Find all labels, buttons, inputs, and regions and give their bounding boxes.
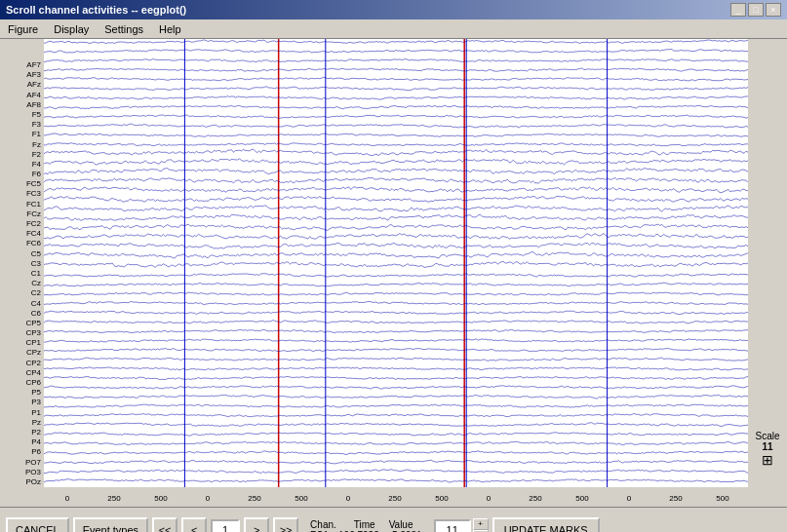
svg-text:0: 0 <box>65 494 70 503</box>
svg-text:0: 0 <box>206 494 211 503</box>
channel-label: FC5 <box>0 179 44 189</box>
scale-symbol: ⊞ <box>762 452 773 468</box>
channel-label: POz <box>0 477 44 487</box>
channel-label: AF4 <box>0 91 44 100</box>
prev-button[interactable]: < <box>181 517 207 533</box>
svg-text:250: 250 <box>529 494 542 503</box>
channel-label: AF7 <box>0 60 44 70</box>
channel-label: F1 <box>0 130 44 139</box>
channel-label: Fz <box>0 140 44 150</box>
channel-label: F3 <box>0 120 44 130</box>
channel-label: F4 <box>0 160 44 170</box>
channel-label: P6 <box>0 447 44 457</box>
svg-text:0: 0 <box>487 494 492 503</box>
scale-up-button[interactable]: + <box>473 518 489 530</box>
channel-label: AF8 <box>0 100 44 110</box>
spin-buttons: + − <box>473 518 489 533</box>
svg-text:250: 250 <box>669 494 683 503</box>
channel-label: P5 <box>0 388 44 398</box>
next-button[interactable]: > <box>244 517 269 533</box>
close-button[interactable]: × <box>766 3 781 17</box>
window-title: Scroll channel activities -- eegplot() <box>6 4 186 16</box>
channel-label: Pz <box>0 418 44 428</box>
event-types-button[interactable]: Event types <box>73 517 148 533</box>
menu-bar: Figure Display Settings Help <box>0 19 787 39</box>
channel-label: FC4 <box>0 229 44 239</box>
svg-text:500: 500 <box>435 494 449 503</box>
channel-label: F2 <box>0 150 44 160</box>
channel-label: CP5 <box>0 319 44 328</box>
menu-figure[interactable]: Figure <box>4 23 42 35</box>
channel-label: CP4 <box>0 368 44 378</box>
channel-label: FC3 <box>0 189 44 199</box>
channel-label: FCz <box>0 209 44 219</box>
time-label: Time <box>354 519 375 530</box>
next-next-button[interactable]: >> <box>273 517 298 533</box>
channel-label: C1 <box>0 269 44 279</box>
channel-label: CPz <box>0 348 44 358</box>
svg-text:250: 250 <box>107 494 121 503</box>
scale-input[interactable] <box>434 519 471 533</box>
channel-label: CP1 <box>0 338 44 348</box>
channel-label: P3 <box>0 398 44 407</box>
channel-label: C6 <box>0 309 44 319</box>
channel-label: AFz <box>0 80 44 90</box>
scale-area: Scale 11 ⊞ <box>748 39 787 487</box>
title-bar: Scroll channel activities -- eegplot() _… <box>0 0 787 19</box>
channel-labels: AF7AF3AFzAF4AF8F5F3F1FzF2F4F6FC5FC3FC1FC… <box>0 39 44 487</box>
axis-svg: 02505000250500025050002505000250500 <box>44 487 746 507</box>
bottom-axis: 02505000250500025050002505000250500 <box>0 487 787 507</box>
channel-label: CP2 <box>0 359 44 368</box>
scale-label: Scale <box>755 431 779 441</box>
value-label: Value <box>389 519 413 530</box>
channel-label: P1 <box>0 408 44 418</box>
maximize-button[interactable]: □ <box>748 3 764 17</box>
prev-prev-button[interactable]: << <box>152 517 177 533</box>
channel-label: AF3 <box>0 70 44 80</box>
svg-text:0: 0 <box>346 494 351 503</box>
page-input[interactable] <box>211 519 240 533</box>
minimize-button[interactable]: _ <box>730 3 746 17</box>
cancel-button[interactable]: CANCEL <box>6 517 69 533</box>
info-panel: Chan. Time Value FC1 106.7032 -5.8981 <box>302 517 430 533</box>
channel-label: C2 <box>0 288 44 298</box>
title-bar-buttons: _ □ × <box>730 3 781 17</box>
menu-settings[interactable]: Settings <box>100 23 147 35</box>
channel-label: C3 <box>0 259 44 269</box>
channel-label: CP3 <box>0 328 44 338</box>
channel-label: Cz <box>0 279 44 288</box>
scale-spinner-group: + − <box>434 518 489 533</box>
menu-help[interactable]: Help <box>155 23 185 35</box>
channel-label: FC2 <box>0 219 44 229</box>
eeg-plot: 5◁4◁3◁2◁1◁ <box>44 39 748 487</box>
channel-label: P4 <box>0 437 44 447</box>
svg-text:500: 500 <box>575 494 589 503</box>
channel-label: PO3 <box>0 468 44 477</box>
svg-text:500: 500 <box>295 494 308 503</box>
svg-text:250: 250 <box>388 494 402 503</box>
scale-value: 11 <box>762 441 772 452</box>
menu-display[interactable]: Display <box>50 23 93 35</box>
control-bar: CANCEL Event types << < > >> Chan. Time … <box>0 507 787 532</box>
channel-label: PO7 <box>0 458 44 468</box>
plot-area: 5◁4◁3◁2◁1◁ <box>44 39 748 487</box>
channel-label: P2 <box>0 428 44 437</box>
channel-label: F5 <box>0 110 44 120</box>
channel-label: C4 <box>0 299 44 309</box>
chan-label: Chan. <box>310 519 336 530</box>
update-marks-button[interactable]: UPDATE MARKS <box>492 517 600 533</box>
channel-label: C5 <box>0 249 44 259</box>
info-header-row: Chan. Time Value <box>310 519 422 530</box>
channel-label: F6 <box>0 170 44 179</box>
svg-text:500: 500 <box>154 494 168 503</box>
channel-label: FC6 <box>0 239 44 248</box>
main-content: AF7AF3AFzAF4AF8F5F3F1FzF2F4F6FC5FC3FC1FC… <box>0 39 787 487</box>
svg-text:500: 500 <box>716 494 729 503</box>
svg-text:250: 250 <box>248 494 261 503</box>
svg-text:0: 0 <box>627 494 632 503</box>
channel-label: FC1 <box>0 200 44 209</box>
channel-label: CP6 <box>0 378 44 388</box>
